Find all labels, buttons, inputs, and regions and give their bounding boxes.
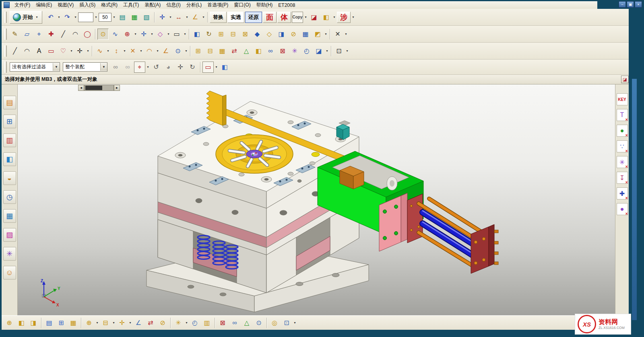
clearance-icon[interactable]: ⊠ [277,45,288,57]
measure-distance-icon[interactable]: ↔ [173,12,184,23]
copy-display-icon[interactable]: Copy [292,12,303,23]
explode-icon[interactable]: ✳ [289,45,300,57]
menu-tools[interactable]: 工具(T) [120,1,142,9]
section-curve-icon[interactable]: ∠ [160,45,171,57]
new-component-icon[interactable]: ⊟ [100,317,111,329]
isolate-component-icon[interactable]: ◎ [269,317,280,329]
orient-view-icon-dropdown[interactable]: ▾ [168,12,173,23]
intersect-icon[interactable]: ⊠ [239,29,251,40]
add-existing-component-icon-dropdown[interactable]: ▾ [95,318,99,328]
mirror-component-icon[interactable]: ⇄ [145,317,156,329]
promote-body-icon[interactable]: ◧ [253,45,264,57]
minimize-button[interactable]: – [619,1,626,8]
intersection-curve-icon[interactable]: ✕ [127,45,138,57]
pan-right-button[interactable]: ► [114,85,120,91]
exploded-view-icon[interactable]: ✳ [173,317,184,329]
add-component-icon[interactable]: ⊞ [192,45,204,57]
cross-part-icon[interactable]: ✚× [617,187,628,199]
menu-help[interactable]: 帮助(H) [254,1,276,9]
layer-settings-icon[interactable]: ▤ [117,12,128,23]
point-curve-icon-dropdown[interactable]: ▾ [86,46,90,56]
mold-assembly-model[interactable]: Z Y X [18,84,615,315]
shaded-view-icon[interactable]: ◕ [163,62,174,73]
color-palette-icon[interactable]: ▨ [3,228,16,242]
rectangle-select-icon[interactable]: ▭ [202,62,214,73]
rectangle-icon[interactable]: ▭ [171,29,182,40]
circle-center-icon[interactable]: ⊕ [122,29,133,40]
menu-et2008[interactable]: ET2008 [275,2,298,9]
graphics-window[interactable]: ◄ ► [18,84,615,315]
blob-part-icon[interactable]: ●× [617,203,628,215]
window-scrollbar-strip[interactable] [632,79,637,320]
information-palette-icon[interactable]: ▦ [3,209,16,223]
undo-icon[interactable]: ↶ [45,12,56,23]
point-set-icon-dropdown[interactable]: ▾ [150,29,154,39]
guide-rack[interactable] [206,91,226,125]
line-icon[interactable]: ╱ [58,29,69,40]
suppress-component-icon[interactable]: ⊘ [157,317,168,329]
shaded-cube-icon[interactable]: ◧ [219,62,230,73]
menu-information[interactable]: 信息(I) [163,1,183,9]
key-icon[interactable]: KEY [617,93,628,105]
testtube-icon[interactable]: ↧× [617,172,628,184]
replace-view-button[interactable]: 替换 [210,12,227,23]
move-component-icon[interactable]: ✛ [116,317,128,329]
chamfer-icon[interactable]: ◇ [264,29,275,40]
layer-visible-icon[interactable]: ▦ [129,12,140,23]
exploded-view-icon-dropdown[interactable]: ▾ [184,318,189,328]
menu-file[interactable]: 文件(F) [12,1,33,9]
measure-angle-icon[interactable]: ∠ [190,12,201,23]
display-color-swatch-dropdown[interactable]: ▾ [94,12,98,23]
close-button[interactable]: × [635,1,642,8]
menu-view[interactable]: 视图(V) [55,1,76,9]
menu-window[interactable]: 窗口(O) [231,1,253,9]
move-component-icon-dropdown[interactable]: ▾ [128,318,132,328]
hole-icon[interactable]: ⊘ [288,29,299,40]
datum-plane-icon[interactable]: ▱ [21,29,33,40]
project-curve-icon-dropdown[interactable]: ▾ [122,46,127,56]
component-properties-icon-dropdown[interactable]: ▾ [293,318,297,328]
relations-browser-icon[interactable]: ⊙ [253,317,264,329]
new-component-icon-dropdown[interactable]: ▾ [111,318,116,328]
product-outline-icon[interactable]: ◪ [313,45,324,57]
body-button[interactable]: 体 [277,12,291,23]
menu-insert[interactable]: 插入(S) [76,1,98,9]
rectangle-curve-icon[interactable]: ▭ [45,45,57,57]
display-color-swatch[interactable] [78,12,93,22]
intersection-curve-icon-dropdown[interactable]: ▾ [139,46,143,56]
restore-button[interactable]: ▣ [627,1,634,8]
arrangements-icon[interactable]: ▥ [201,317,213,329]
template-icon[interactable]: T× [617,109,628,121]
history-icon[interactable]: ◷ [3,190,16,204]
component-properties-icon[interactable]: ⊡ [281,317,292,329]
open-component-icon[interactable]: ◧ [16,317,27,329]
revolve-icon[interactable]: ↻ [203,29,215,40]
view-pan-scrollbar[interactable]: ◄ ► [78,85,120,91]
wave-geometry-icon[interactable]: △ [241,45,252,57]
molecule-icon[interactable]: ✳× [617,156,628,168]
pan-left-button[interactable]: ◄ [78,85,84,91]
mirror-assembly-icon[interactable]: ⇄ [229,45,240,57]
wave-linker-icon[interactable]: △ [241,317,252,329]
view-scale-select[interactable]: 50 [99,13,111,22]
arc-curve-icon[interactable]: ◠ [21,45,33,57]
offset-curve-icon[interactable]: ∿ [94,45,105,57]
hd3d-tools-icon[interactable]: ◒ [3,171,16,185]
edge-blend-icon[interactable]: ◆ [252,29,263,40]
interpart-links-icon[interactable]: ∞ [229,317,240,329]
orient-view-icon[interactable]: ✛ [157,12,168,23]
snap-point-icon[interactable]: ⌖ [134,62,145,73]
copy-display-icon-dropdown[interactable]: ▾ [303,12,308,23]
menu-analysis[interactable]: 分析(L) [184,1,205,9]
circle-icon[interactable]: ◯ [82,29,93,40]
loop-select-icon[interactable]: ⊙ [97,29,109,40]
sketch-icon[interactable]: ✎ [9,29,21,40]
pattern-feature-icon[interactable]: ▦ [300,29,311,40]
circle-center-icon-dropdown[interactable]: ▾ [133,29,138,39]
point-set-icon[interactable]: ✛ [138,29,149,40]
clip-section-icon[interactable]: ◪ [308,12,320,23]
studio-spline-icon-dropdown[interactable]: ▾ [69,46,74,56]
start-button[interactable]: 开始 ▾ [10,11,42,24]
wave-button-dropdown[interactable]: ▾ [351,12,355,23]
misc-tool-icon-dropdown[interactable]: ▾ [345,46,349,56]
